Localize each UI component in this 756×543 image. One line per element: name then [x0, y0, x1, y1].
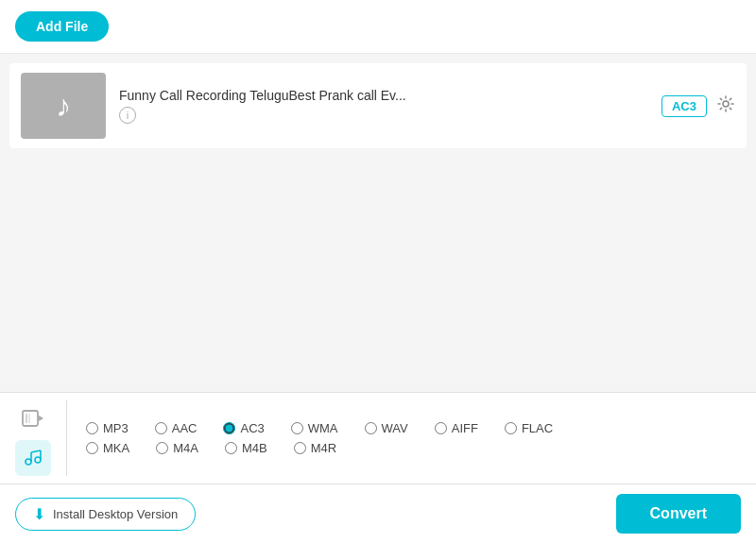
add-file-button[interactable]: Add File: [15, 11, 109, 42]
format-mp3[interactable]: MP3: [86, 421, 129, 435]
file-thumbnail: ♪: [21, 73, 106, 139]
format-m4b[interactable]: M4B: [225, 441, 267, 455]
action-bar: ⬇ Install Desktop Version Convert: [0, 484, 756, 543]
svg-point-0: [723, 101, 729, 107]
format-m4a[interactable]: M4A: [156, 441, 198, 455]
format-m4r[interactable]: M4R: [294, 441, 336, 455]
install-desktop-button[interactable]: ⬇ Install Desktop Version: [15, 498, 196, 531]
format-row-2: MKA M4A M4B M4R: [86, 441, 741, 455]
format-wma[interactable]: WMA: [291, 421, 338, 435]
convert-button[interactable]: Convert: [616, 494, 741, 534]
tab-audio[interactable]: [15, 440, 51, 476]
info-icon[interactable]: i: [119, 107, 136, 124]
install-label: Install Desktop Version: [53, 507, 178, 521]
video-icon: [21, 406, 45, 431]
download-icon: ⬇: [33, 505, 45, 523]
music-icon: ♪: [56, 89, 71, 124]
format-mka[interactable]: MKA: [86, 441, 129, 455]
format-flac[interactable]: FLAC: [505, 421, 553, 435]
top-bar: Add File: [0, 0, 756, 54]
tab-video[interactable]: [15, 400, 51, 436]
format-row-1: MP3 AAC AC3 WMA WAV AIFF FLAC: [86, 421, 741, 435]
file-name: Funny Call Recording TeluguBest Prank ca…: [119, 88, 648, 103]
svg-point-7: [35, 457, 41, 463]
format-aiff[interactable]: AIFF: [435, 421, 478, 435]
file-item: ♪ Funny Call Recording TeluguBest Prank …: [9, 63, 747, 148]
format-aac[interactable]: AAC: [155, 421, 198, 435]
format-badge[interactable]: AC3: [662, 95, 707, 117]
svg-rect-4: [26, 414, 27, 423]
svg-line-10: [31, 450, 41, 452]
audio-icon: [21, 446, 45, 470]
file-actions: AC3: [662, 94, 735, 118]
file-info: Funny Call Recording TeluguBest Prank ca…: [119, 88, 648, 124]
format-wav[interactable]: WAV: [365, 421, 408, 435]
gear-icon: [716, 94, 735, 113]
format-ac3[interactable]: AC3: [223, 421, 264, 435]
svg-rect-5: [28, 414, 30, 423]
file-list: ♪ Funny Call Recording TeluguBest Prank …: [0, 54, 756, 392]
format-options: MP3 AAC AC3 WMA WAV AIFF FLAC: [86, 421, 741, 455]
media-type-tabs: [15, 400, 67, 476]
svg-point-6: [26, 459, 31, 465]
settings-button[interactable]: [716, 94, 735, 118]
svg-marker-2: [39, 416, 43, 421]
format-selector: MP3 AAC AC3 WMA WAV AIFF FLAC: [0, 392, 756, 484]
